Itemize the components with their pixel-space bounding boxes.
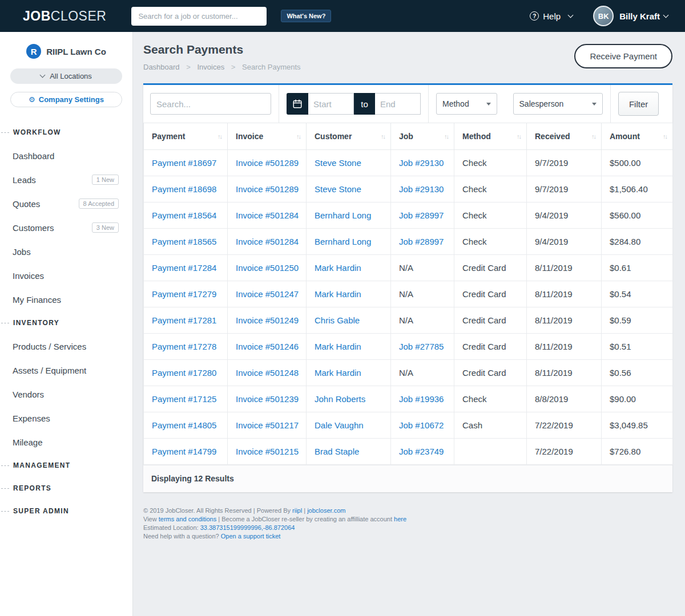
invoice-link[interactable]: Invoice #501289 xyxy=(236,158,299,168)
customer-link[interactable]: Bernhard Long xyxy=(315,210,371,220)
breadcrumb-separator: > xyxy=(186,63,191,71)
invoice-link[interactable]: Invoice #501249 xyxy=(236,315,299,325)
user-name[interactable]: Billy Kraft xyxy=(619,11,660,21)
customer-link[interactable]: Chris Gable xyxy=(315,315,360,325)
table-search-input[interactable] xyxy=(150,93,271,115)
sidebar-item[interactable]: Leads 1 New xyxy=(0,168,132,192)
whats-new-button[interactable]: What's New? xyxy=(281,10,331,22)
invoice-link[interactable]: Invoice #501250 xyxy=(236,263,299,273)
breadcrumb-invoices[interactable]: Invoices xyxy=(197,63,224,71)
job-cell[interactable]: Job #29130 xyxy=(399,184,444,194)
payment-link[interactable]: Payment #17281 xyxy=(152,315,216,325)
breadcrumb-dashboard[interactable]: Dashboard xyxy=(143,63,180,71)
invoice-link[interactable]: Invoice #501239 xyxy=(236,394,299,404)
invoice-link[interactable]: Invoice #501284 xyxy=(236,237,299,246)
invoice-link[interactable]: Invoice #501289 xyxy=(236,184,299,194)
jobcloser-site-link[interactable]: jobcloser.com xyxy=(307,507,345,514)
filter-button[interactable]: Filter xyxy=(618,92,659,116)
column-header-invoice[interactable]: Invoice↑↓ xyxy=(228,123,307,150)
payment-link[interactable]: Payment #18564 xyxy=(152,210,216,220)
customer-link[interactable]: Mark Hardin xyxy=(315,368,361,378)
payment-link[interactable]: Payment #14805 xyxy=(152,420,216,430)
column-header-received[interactable]: Received↑↓ xyxy=(527,123,602,150)
job-cell[interactable]: Job #23749 xyxy=(399,447,444,456)
column-header-amount[interactable]: Amount↑↓ xyxy=(602,123,673,150)
method-select[interactable]: Method xyxy=(436,93,497,115)
section-title-reports[interactable]: REPORTS xyxy=(0,477,132,500)
payment-link[interactable]: Payment #17284 xyxy=(152,263,216,273)
payment-link[interactable]: Payment #17278 xyxy=(152,342,216,351)
job-cell[interactable]: Job #29130 xyxy=(399,158,444,168)
section-title-inventory[interactable]: INVENTORY xyxy=(0,311,132,334)
customer-link[interactable]: Bernhard Long xyxy=(315,237,371,246)
payment-link[interactable]: Payment #17280 xyxy=(152,368,216,378)
sidebar-item[interactable]: My Finances xyxy=(0,287,132,311)
sidebar-item[interactable]: Expenses xyxy=(0,406,132,430)
global-search-input[interactable] xyxy=(131,7,267,26)
affiliate-here-link[interactable]: here xyxy=(394,516,406,522)
avatar[interactable]: BK xyxy=(593,6,614,26)
start-date-input[interactable] xyxy=(308,93,354,115)
section-title-workflow[interactable]: WORKFLOW xyxy=(0,121,132,144)
customer-link[interactable]: Brad Staple xyxy=(315,447,359,456)
invoice-link[interactable]: Invoice #501248 xyxy=(236,368,299,378)
calendar-button[interactable] xyxy=(287,93,308,115)
sidebar-item[interactable]: Products / Services xyxy=(0,334,132,358)
column-header-payment[interactable]: Payment↑↓ xyxy=(144,123,228,150)
payment-link[interactable]: Payment #18565 xyxy=(152,237,216,246)
job-cell[interactable]: N/A xyxy=(399,368,413,378)
customer-link[interactable]: Steve Stone xyxy=(315,158,361,168)
help-menu[interactable]: ? Help xyxy=(530,11,573,21)
sidebar-item[interactable]: Invoices xyxy=(0,264,132,287)
customer-link[interactable]: Mark Hardin xyxy=(315,289,361,299)
customer-link[interactable]: Steve Stone xyxy=(315,184,361,194)
receive-payment-button[interactable]: Receive Payment xyxy=(574,44,672,68)
customer-link[interactable]: Mark Hardin xyxy=(315,342,361,351)
company-row[interactable]: R RIIPL Lawn Co xyxy=(0,41,132,62)
terms-link[interactable]: terms and conditions xyxy=(159,516,217,522)
column-header-customer[interactable]: Customer↑↓ xyxy=(307,123,391,150)
end-date-input[interactable] xyxy=(375,93,421,115)
location-link[interactable]: 33.387315199999996,-86.872064 xyxy=(200,524,295,531)
payment-link[interactable]: Payment #14799 xyxy=(152,447,216,456)
customer-link[interactable]: John Roberts xyxy=(315,394,365,404)
customer-link[interactable]: Mark Hardin xyxy=(315,263,361,273)
job-cell[interactable]: Job #28997 xyxy=(399,237,444,246)
payment-link[interactable]: Payment #18697 xyxy=(152,158,216,168)
invoice-link[interactable]: Invoice #501215 xyxy=(236,447,299,456)
invoice-link[interactable]: Invoice #501217 xyxy=(236,420,299,430)
job-cell[interactable]: Job #28997 xyxy=(399,210,444,220)
job-cell[interactable]: Job #27785 xyxy=(399,342,444,351)
sidebar-item[interactable]: Quotes 8 Accepted xyxy=(0,192,132,216)
column-header-job[interactable]: Job↑↓ xyxy=(391,123,454,150)
sidebar-item[interactable]: Dashboard xyxy=(0,144,132,168)
app-logo[interactable]: JOBCLOSER xyxy=(23,9,106,24)
customer-link[interactable]: Dale Vaughn xyxy=(315,420,364,430)
sidebar-item[interactable]: Jobs xyxy=(0,240,132,264)
payment-link[interactable]: Payment #18698 xyxy=(152,184,216,194)
chevron-down-icon[interactable] xyxy=(663,12,669,18)
payment-link[interactable]: Payment #17279 xyxy=(152,289,216,299)
sidebar-item[interactable]: Customers 3 New xyxy=(0,216,132,240)
support-ticket-link[interactable]: Open a support ticket xyxy=(221,533,281,540)
sidebar-item[interactable]: Assets / Equipment xyxy=(0,358,132,382)
section-title-super-admin[interactable]: SUPER ADMIN xyxy=(0,500,132,522)
job-cell[interactable]: Job #19936 xyxy=(399,394,444,404)
section-title-management[interactable]: MANAGEMENT xyxy=(0,454,132,477)
job-cell[interactable]: N/A xyxy=(399,289,413,299)
sidebar-item[interactable]: Vendors xyxy=(0,382,132,406)
salesperson-select[interactable]: Salesperson xyxy=(513,93,603,115)
invoice-link[interactable]: Invoice #501246 xyxy=(236,342,299,351)
company-settings-button[interactable]: ⚙ Company Settings xyxy=(10,92,122,107)
invoice-link[interactable]: Invoice #501284 xyxy=(236,210,299,220)
job-cell[interactable]: Job #10672 xyxy=(399,420,444,430)
job-cell[interactable]: N/A xyxy=(399,263,413,273)
sidebar-item[interactable]: Mileage xyxy=(0,430,132,454)
column-header-method[interactable]: Method↑↓ xyxy=(454,123,527,150)
riipl-link[interactable]: riipl xyxy=(292,507,302,514)
locations-selector[interactable]: All Locations xyxy=(10,68,122,84)
sidebar-item-label: Invoices xyxy=(13,271,44,281)
payment-link[interactable]: Payment #17125 xyxy=(152,394,216,404)
job-cell[interactable]: N/A xyxy=(399,315,413,325)
invoice-link[interactable]: Invoice #501247 xyxy=(236,289,299,299)
